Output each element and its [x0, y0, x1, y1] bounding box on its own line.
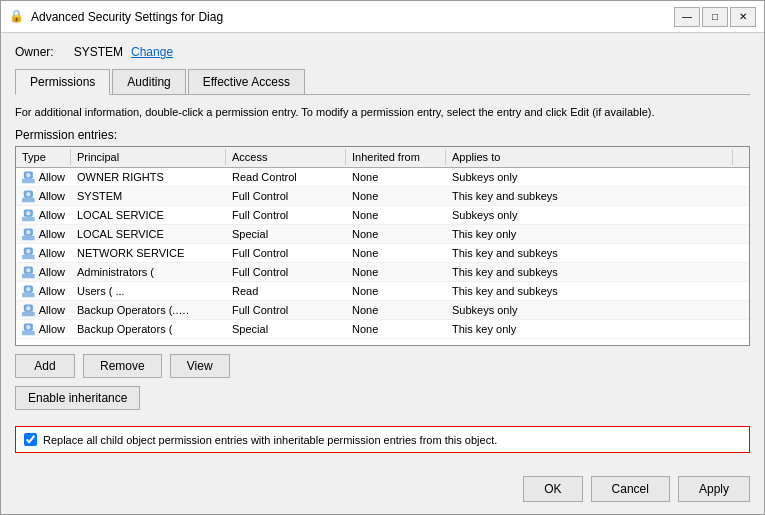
cell-access: Full Control	[226, 246, 346, 260]
cell-principal: OWNER RIGHTS	[71, 170, 226, 184]
replace-permissions-checkbox[interactable]	[24, 433, 37, 446]
info-text: For additional information, double-click…	[15, 105, 750, 120]
replace-permissions-row: Replace all child object permission entr…	[15, 426, 750, 453]
close-button[interactable]: ✕	[730, 7, 756, 27]
cell-type: Allow	[16, 302, 71, 318]
svg-rect-19	[22, 293, 35, 298]
cell-inherited: None	[346, 208, 446, 222]
cell-principal: Users ( ...	[71, 284, 226, 298]
tab-auditing[interactable]: Auditing	[112, 69, 185, 94]
tab-permissions[interactable]: Permissions	[15, 69, 110, 95]
table-row[interactable]: Allow LOCAL SERVICE Special None This ke…	[16, 225, 749, 244]
table-body[interactable]: Allow OWNER RIGHTS Read Control None Sub…	[16, 168, 749, 345]
cell-applies: This key and subkeys	[446, 189, 749, 203]
svg-rect-13	[22, 255, 35, 260]
view-button[interactable]: View	[170, 354, 230, 378]
tabs-container: Permissions Auditing Effective Access	[15, 69, 750, 95]
user-icon	[22, 284, 35, 298]
cell-applies: This key and subkeys	[446, 265, 749, 279]
cell-type: Allow	[16, 226, 71, 242]
cell-type: Allow	[16, 264, 71, 280]
header-access: Access	[226, 149, 346, 165]
cell-type: Allow	[16, 245, 71, 261]
table-row[interactable]: Allow Users ( ... Read None This key and…	[16, 282, 749, 301]
ok-button[interactable]: OK	[523, 476, 582, 502]
svg-point-8	[26, 211, 31, 216]
cell-access: Read Control	[226, 170, 346, 184]
dialog-buttons: OK Cancel Apply	[15, 476, 750, 502]
cell-applies: Subkeys only	[446, 208, 749, 222]
cell-inherited: None	[346, 189, 446, 203]
user-icon	[22, 322, 35, 336]
section-label: Permission entries:	[15, 128, 750, 142]
minimize-button[interactable]: —	[674, 7, 700, 27]
cell-applies: This key only	[446, 227, 749, 241]
window-icon: 🔒	[9, 9, 25, 25]
cancel-button[interactable]: Cancel	[591, 476, 670, 502]
cell-principal: LOCAL SERVICE	[71, 227, 226, 241]
svg-point-20	[26, 287, 31, 292]
svg-point-14	[26, 249, 31, 254]
svg-point-26	[26, 325, 31, 330]
apply-button[interactable]: Apply	[678, 476, 750, 502]
window-controls: — □ ✕	[674, 7, 756, 27]
cell-applies: This key and subkeys	[446, 284, 749, 298]
svg-point-17	[26, 268, 31, 273]
cell-applies: Subkeys only	[446, 303, 749, 317]
svg-rect-10	[22, 236, 35, 241]
content-area: Owner: SYSTEM Change Permissions Auditin…	[1, 33, 764, 514]
table-row[interactable]: Allow Administrators ( Full Control None…	[16, 263, 749, 282]
table-row[interactable]: Allow NETWORK SERVICE Full Control None …	[16, 244, 749, 263]
cell-access: Full Control	[226, 208, 346, 222]
cell-principal: Administrators (	[71, 265, 226, 279]
user-icon	[22, 227, 35, 241]
cell-inherited: None	[346, 265, 446, 279]
enable-inheritance-button[interactable]: Enable inheritance	[15, 386, 140, 410]
owner-label: Owner:	[15, 45, 54, 59]
cell-inherited: None	[346, 227, 446, 241]
cell-applies: Subkeys only	[446, 170, 749, 184]
user-icon	[22, 303, 35, 317]
permissions-table: Type Principal Access Inherited from App…	[15, 146, 750, 346]
svg-rect-16	[22, 274, 35, 279]
cell-principal: Backup Operators (	[71, 322, 226, 336]
table-row[interactable]: Allow LOCAL SERVICE Full Control None Su…	[16, 206, 749, 225]
title-bar: 🔒 Advanced Security Settings for Diag — …	[1, 1, 764, 33]
cell-access: Special	[226, 322, 346, 336]
tab-effective-access[interactable]: Effective Access	[188, 69, 305, 94]
table-row[interactable]: Allow Backup Operators ( Special None Th…	[16, 320, 749, 339]
cell-access: Special	[226, 227, 346, 241]
header-principal: Principal	[71, 149, 226, 165]
table-row[interactable]: Allow OWNER RIGHTS Read Control None Sub…	[16, 168, 749, 187]
svg-point-5	[26, 192, 31, 197]
maximize-button[interactable]: □	[702, 7, 728, 27]
cell-inherited: None	[346, 284, 446, 298]
cell-principal: Backup Operators (..…	[71, 303, 226, 317]
user-icon	[22, 246, 35, 260]
cell-access: Full Control	[226, 303, 346, 317]
remove-button[interactable]: Remove	[83, 354, 162, 378]
cell-type: Allow	[16, 207, 71, 223]
svg-rect-1	[22, 179, 35, 184]
table-action-buttons: Add Remove View	[15, 354, 750, 378]
add-button[interactable]: Add	[15, 354, 75, 378]
header-applies: Applies to	[446, 149, 733, 165]
cell-inherited: None	[346, 170, 446, 184]
cell-type: Allow	[16, 321, 71, 337]
table-header: Type Principal Access Inherited from App…	[16, 147, 749, 168]
table-row[interactable]: Allow Backup Operators (..… Full Control…	[16, 301, 749, 320]
main-window: 🔒 Advanced Security Settings for Diag — …	[0, 0, 765, 515]
change-owner-link[interactable]: Change	[131, 45, 173, 59]
header-inherited: Inherited from	[346, 149, 446, 165]
cell-type: Allow	[16, 283, 71, 299]
owner-row: Owner: SYSTEM Change	[15, 45, 750, 59]
cell-inherited: None	[346, 246, 446, 260]
table-row[interactable]: Allow SYSTEM Full Control None This key …	[16, 187, 749, 206]
cell-principal: SYSTEM	[71, 189, 226, 203]
header-type: Type	[16, 149, 71, 165]
svg-point-2	[26, 173, 31, 178]
cell-inherited: None	[346, 303, 446, 317]
cell-principal: LOCAL SERVICE	[71, 208, 226, 222]
owner-value: SYSTEM	[74, 45, 123, 59]
svg-rect-7	[22, 217, 35, 222]
